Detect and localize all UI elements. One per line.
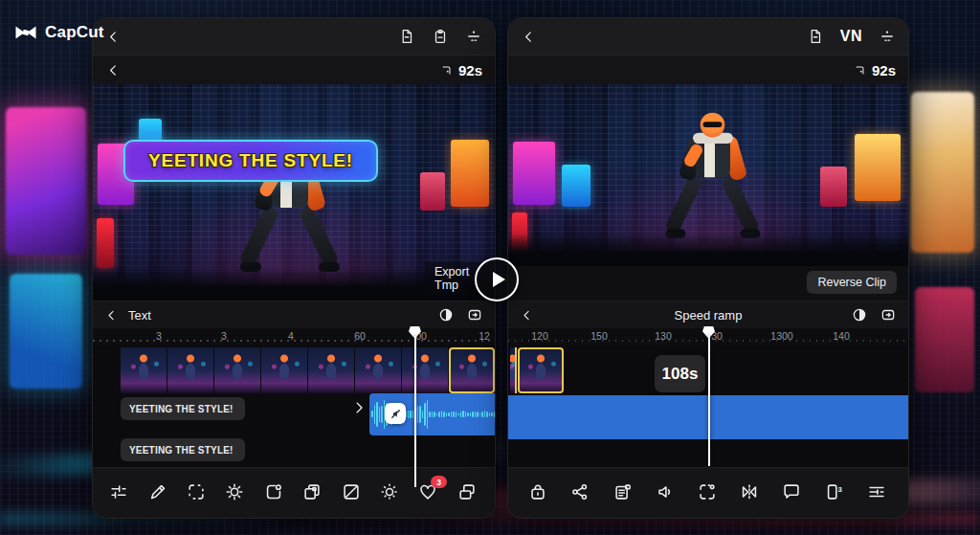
neon-billboard (451, 140, 489, 207)
right-video-preview[interactable] (508, 84, 908, 266)
split-icon[interactable] (465, 28, 482, 45)
share-button[interactable] (569, 481, 592, 504)
enhance-button[interactable] (379, 481, 402, 504)
back-icon[interactable] (521, 29, 537, 45)
ruler-tick-label: 3 (156, 330, 162, 342)
duration-display: 92s (853, 62, 896, 78)
play-button[interactable] (475, 257, 519, 301)
play-icon (493, 272, 505, 287)
neon-sign (97, 218, 114, 268)
crop-button[interactable] (186, 481, 209, 504)
volume-button[interactable] (655, 481, 678, 504)
background-billboard (915, 287, 974, 392)
left-timeline: YEETING THE STYLE! YEETING THE STYLE! (93, 346, 495, 470)
playhead[interactable] (702, 326, 715, 466)
overlay-button[interactable] (457, 481, 479, 504)
duration-icon (439, 63, 454, 78)
playhead[interactable] (409, 326, 421, 487)
right-nav-actions: VN (807, 28, 896, 45)
replace-icon (263, 481, 284, 502)
left-sub-bar: 92s (93, 56, 495, 84)
enhance-icon (379, 481, 400, 502)
neon-billboard (562, 165, 590, 207)
comment-button[interactable] (781, 481, 804, 504)
timeline-thumbnail[interactable] (214, 347, 260, 393)
tab-actions (851, 306, 897, 323)
mirror-button[interactable] (739, 481, 762, 504)
replace-button[interactable] (263, 481, 286, 504)
preview-bottom-strip: Reverse Clip (508, 266, 908, 301)
captions-icon (612, 481, 634, 502)
background-billboard (911, 92, 974, 253)
text-overlay-banner[interactable]: YEETING THE STYLE! (123, 140, 378, 182)
right-tab-bar: Speed ramp (508, 301, 908, 328)
screen-icon[interactable] (466, 306, 483, 323)
timeline-thumbnail[interactable] (510, 347, 517, 393)
timeline-thumbnail[interactable] (121, 347, 167, 393)
chevron-right-icon[interactable] (350, 399, 368, 416)
timeline-thumbnail[interactable] (261, 347, 307, 393)
ruler-tick-label: 4 (288, 330, 294, 342)
timeline-thumbnail[interactable] (355, 347, 401, 393)
contrast-icon[interactable] (851, 306, 868, 323)
timeline-thumbnail[interactable] (167, 347, 213, 393)
timeline-thumbnail[interactable] (518, 347, 564, 393)
capcut-logo-icon (13, 23, 38, 42)
edit-icon (147, 481, 168, 502)
back-icon[interactable] (104, 308, 119, 323)
ruler-tick-label: 12 (479, 330, 490, 342)
capcut-editor-panel: 92s YEETING THE STYLE! Export (92, 17, 496, 519)
neon-billboard (513, 142, 555, 205)
freeze-button[interactable] (697, 481, 720, 504)
mute-badge[interactable] (385, 403, 406, 424)
ruler-tick-label: 1300 (770, 330, 792, 342)
captions-button[interactable] (612, 481, 635, 504)
clip-duration-label: 108s (655, 355, 705, 392)
comment-icon (781, 481, 802, 502)
back-icon[interactable] (105, 62, 122, 78)
adjust-button[interactable] (108, 481, 131, 504)
duplicate-button[interactable] (301, 481, 324, 504)
tracks-icon (866, 481, 887, 502)
speed-ramp-waveform[interactable] (711, 347, 906, 390)
timeline-ruler[interactable]: 334600012 (93, 328, 495, 346)
reverse-clip-button[interactable]: Reverse Clip (807, 271, 897, 294)
left-nav-actions (398, 28, 482, 45)
ruler-tick-label: 120 (531, 330, 548, 342)
tab-actions (437, 306, 483, 323)
vn-editor-panel: VN 92s (507, 17, 909, 519)
adjust-icon (108, 481, 129, 502)
duration-icon (853, 63, 867, 78)
clipboard-icon[interactable] (432, 28, 449, 45)
version-button[interactable]: 3 (824, 481, 847, 504)
edit-button[interactable] (147, 481, 170, 504)
left-video-preview[interactable]: YEETING THE STYLE! Export Tmp (93, 84, 495, 301)
file-icon[interactable] (807, 28, 824, 45)
tracks-button[interactable] (866, 481, 889, 504)
ruler-tick-label: 140 (833, 330, 850, 342)
volume-icon (655, 481, 676, 502)
contrast-icon[interactable] (437, 306, 455, 323)
brand-name: CapCut (45, 23, 104, 42)
screen-icon[interactable] (880, 306, 897, 323)
timeline-thumbnail[interactable] (308, 347, 354, 393)
lock-button[interactable] (527, 481, 550, 504)
brightness-button[interactable] (224, 481, 247, 504)
version-icon: 3 (824, 481, 845, 502)
split-icon[interactable] (879, 28, 896, 45)
text-clip[interactable]: YEETING THE STYLE! (121, 397, 245, 420)
timeline-thumbnail[interactable] (449, 347, 495, 393)
video-track (510, 347, 565, 393)
brightness-icon (224, 481, 245, 502)
vn-app-label: VN (840, 28, 862, 45)
text-clip[interactable]: YEETING THE STYLE! (121, 438, 245, 461)
background-billboard (6, 107, 86, 255)
ruler-tick-label: 3 (221, 330, 227, 342)
file-icon[interactable] (398, 28, 415, 45)
mask-icon (341, 481, 362, 502)
dancer-figure (662, 113, 763, 250)
overlay-icon (457, 481, 478, 502)
duration-display: 92s (439, 62, 482, 78)
back-icon[interactable] (105, 29, 122, 45)
mask-button[interactable] (341, 481, 364, 504)
